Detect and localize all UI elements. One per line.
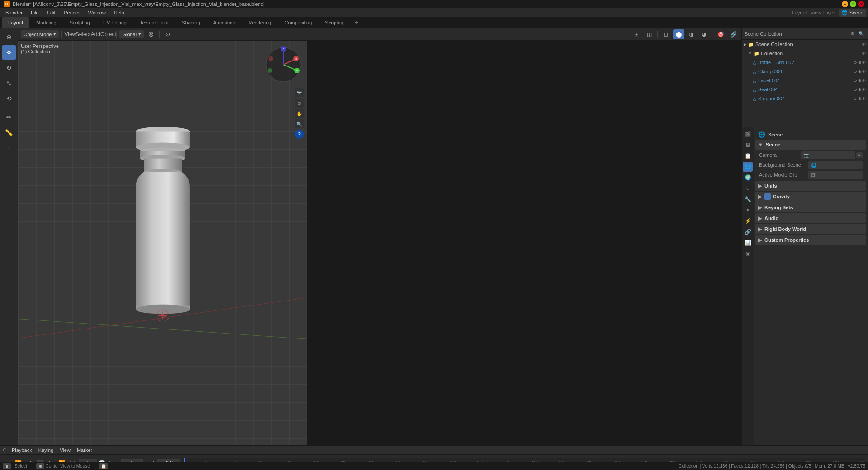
label-constraint-icon: ⊕ — [858, 78, 862, 83]
close-button[interactable]: ✕ — [858, 1, 864, 7]
menu-blender[interactable]: Blender — [2, 9, 26, 16]
outliner-search-btn[interactable]: 🔍 — [857, 30, 865, 38]
constraints-tab[interactable]: 🔗 — [743, 227, 753, 237]
label-visibility[interactable]: 👁 — [862, 78, 866, 83]
view-menu-tl[interactable]: View — [58, 447, 72, 453]
scene-properties-section: ▼ Scene Camera 📷 ✏ Background Scene 🌐 — [755, 140, 866, 180]
solid-shading[interactable]: ⬤ — [673, 29, 684, 39]
tab-rendering[interactable]: Rendering — [242, 17, 278, 28]
playback-menu[interactable]: Playback — [10, 447, 34, 453]
outliner-seal[interactable]: △ Seal.004 ◇ ⊕ 👁 — [742, 85, 868, 94]
scene-selector[interactable]: 🌐 Scene — [839, 9, 866, 17]
outliner-clamp[interactable]: △ Clamp.004 ◇ ⊕ 👁 — [742, 67, 868, 76]
gravity-section-toggle[interactable]: ▶ Gravity — [755, 192, 866, 202]
scene-section-toggle[interactable]: ▼ Scene — [755, 140, 866, 150]
marker-menu[interactable]: Marker — [75, 447, 94, 453]
help-btn[interactable]: ? — [295, 130, 304, 139]
transform-lock-btn[interactable]: ⛓ — [146, 29, 156, 39]
transform-tool[interactable]: ⟲ — [2, 91, 16, 106]
outliner-stopper[interactable]: △ Stopper.004 ◇ ⊕ 👁 — [742, 94, 868, 103]
active-movie-clip-picker[interactable]: 🎞 — [808, 171, 863, 179]
wireframe-shading[interactable]: ◻ — [660, 29, 671, 39]
menu-window[interactable]: Window — [85, 9, 109, 16]
physics-tab[interactable]: ⚡ — [743, 216, 753, 226]
menu-render[interactable]: Render — [60, 9, 84, 16]
object-properties-tab[interactable]: ○ — [743, 183, 753, 193]
select-menu-btn[interactable]: Select — [77, 29, 88, 39]
tab-scripting[interactable]: Scripting — [319, 17, 351, 28]
outliner-collection[interactable]: ▼ 📁 Collection 👁 — [742, 49, 868, 58]
lookdev-shading[interactable]: ◑ — [686, 29, 697, 39]
render-properties-tab[interactable]: 🎬 — [743, 129, 753, 139]
3d-viewport[interactable]: User Perspective (1) Collection X Y Z 📷 … — [18, 41, 307, 445]
camera-view-btn[interactable]: 📷 — [295, 88, 304, 97]
pan-btn[interactable]: ✋ — [295, 109, 304, 118]
object-menu-btn[interactable]: Object — [103, 29, 113, 39]
keying-menu[interactable]: Keying — [37, 447, 56, 453]
outliner-bottle[interactable]: △ Bottle_15ml.002 ◇ ⊕ 👁 — [742, 58, 868, 67]
view-layer-properties-tab[interactable]: 📋 — [743, 151, 753, 161]
data-tab[interactable]: 📊 — [743, 238, 753, 248]
add-workspace-button[interactable]: + — [351, 17, 362, 28]
gravity-checkbox[interactable] — [764, 193, 771, 200]
outliner-label-obj[interactable]: △ Label.004 ◇ ⊕ 👁 — [742, 76, 868, 85]
scene-properties-tab[interactable]: 🌐 — [743, 162, 753, 172]
visibility-icon[interactable]: 👁 — [862, 42, 866, 47]
tab-layout[interactable]: Layout — [2, 17, 29, 28]
measure-tool[interactable]: 📏 — [2, 125, 16, 140]
global-transform-dropdown[interactable]: Global ▾ — [119, 30, 144, 38]
zoom-btn[interactable]: 🔍 — [295, 119, 304, 128]
clamp-mesh-icon: △ — [753, 69, 756, 74]
rigid-body-world-toggle[interactable]: ▶ Rigid Body World — [755, 224, 866, 234]
add-menu-btn[interactable]: Add — [90, 29, 101, 39]
focus-btn[interactable]: ⊙ — [295, 99, 304, 108]
move-tool[interactable]: ✥ — [2, 45, 16, 60]
collection-visibility[interactable]: 👁 — [862, 51, 866, 56]
background-scene-picker[interactable]: 🌐 — [808, 161, 863, 169]
annotate-tool[interactable]: ✏ — [2, 110, 16, 124]
cursor-tool[interactable]: ⊕ — [2, 30, 16, 44]
modifier-properties-tab[interactable]: 🔧 — [743, 194, 753, 204]
tab-uv-editing[interactable]: UV Editing — [97, 17, 133, 28]
view-menu-btn[interactable]: View — [65, 29, 75, 39]
bottle-visibility[interactable]: 👁 — [862, 60, 866, 65]
viewport-nav-buttons: 📷 ⊙ ✋ 🔍 ? — [295, 88, 304, 139]
particles-tab[interactable]: ✦ — [743, 205, 753, 215]
keying-sets-toggle[interactable]: ▶ Keying Sets — [755, 202, 866, 212]
camera-picker[interactable]: 📷 — [801, 151, 855, 159]
tab-shading[interactable]: Shading — [175, 17, 206, 28]
seal-visibility[interactable]: 👁 — [862, 87, 866, 92]
gizmos-btn[interactable]: 🎯 — [715, 29, 726, 39]
tab-modeling[interactable]: Modeling — [30, 17, 63, 28]
menu-help[interactable]: Help — [110, 9, 128, 16]
xray-btn[interactable]: ◫ — [644, 29, 655, 39]
status-bar: 🖱 Select 🖱 Center View to Mouse 📋 Collec… — [0, 462, 868, 470]
menu-edit[interactable]: Edit — [43, 9, 59, 16]
audio-section-toggle[interactable]: ▶ Audio — [755, 213, 866, 223]
minimize-button[interactable]: ─ — [842, 1, 848, 7]
outliner-scene-collection[interactable]: ▶ 📁 Scene Collection 👁 — [742, 40, 868, 49]
clamp-visibility[interactable]: 👁 — [862, 69, 866, 74]
tab-compositing[interactable]: Compositing — [278, 17, 318, 28]
rotate-tool[interactable]: ↻ — [2, 61, 16, 75]
tab-sculpting[interactable]: Sculpting — [63, 17, 96, 28]
menu-file[interactable]: File — [27, 9, 42, 16]
output-properties-tab[interactable]: 🖥 — [743, 140, 753, 150]
proportional-edit-btn[interactable]: ⊙ — [162, 29, 173, 39]
object-mode-dropdown[interactable]: Object Mode ▾ — [21, 30, 59, 38]
world-properties-tab[interactable]: 🌍 — [743, 173, 753, 183]
render-shading[interactable]: ◕ — [698, 29, 709, 39]
units-section-toggle[interactable]: ▶ Units — [755, 181, 866, 191]
stopper-visibility[interactable]: 👁 — [862, 96, 866, 101]
material-tab[interactable]: ◉ — [743, 249, 753, 258]
tab-animation[interactable]: Animation — [207, 17, 242, 28]
overlay-btn[interactable]: ⊞ — [631, 29, 642, 39]
toolbar-add[interactable]: + — [2, 141, 16, 155]
scale-tool[interactable]: ⤡ — [2, 76, 16, 90]
camera-edit-btn[interactable]: ✏ — [856, 152, 863, 158]
snap-btn[interactable]: 🔗 — [728, 29, 739, 39]
maximize-button[interactable]: □ — [850, 1, 856, 7]
custom-props-toggle[interactable]: ▶ Custom Properties — [755, 235, 866, 245]
tab-texture-paint[interactable]: Texture Paint — [133, 17, 175, 28]
outliner-filter-btn[interactable]: ⚙ — [848, 30, 856, 38]
